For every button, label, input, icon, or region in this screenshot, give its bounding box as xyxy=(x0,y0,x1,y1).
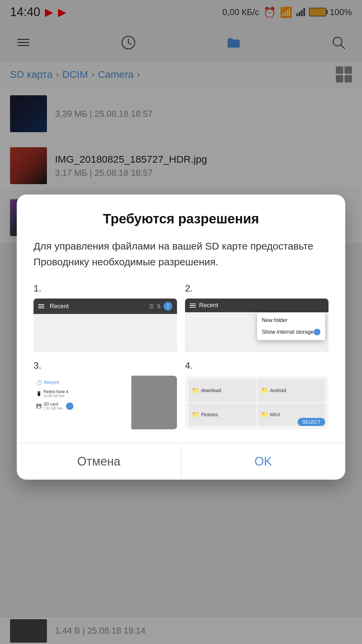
instruction-step-1: 1. Recent ☰ ⇅ ⋮ xyxy=(34,283,177,352)
ok-button[interactable]: OK xyxy=(181,443,346,480)
step3-sd-name: SD card xyxy=(44,402,63,407)
step-3-image: 🕐 Recent 📱 Redmi Note 4 14,88 GB free xyxy=(34,376,177,429)
step-4-number: 4. xyxy=(185,360,328,371)
step2-recent-label: Recent xyxy=(199,302,324,309)
step-1-image: Recent ☰ ⇅ ⋮ xyxy=(34,299,177,352)
step4-folder-android: 📁 Android xyxy=(257,379,325,402)
step1-sort-icon: ⇅ xyxy=(157,303,161,310)
step3-recent-label: Recent xyxy=(44,380,59,385)
step3-right-panel xyxy=(131,376,177,429)
step4-folder-pictures: 📁 Pictures xyxy=(188,403,256,426)
instructions-grid: 1. Recent ☰ ⇅ ⋮ xyxy=(34,283,328,429)
step4-select-button[interactable]: SELECT xyxy=(298,418,325,426)
step2-topbar: Recent xyxy=(185,299,328,312)
folder-name-android: Android xyxy=(270,388,286,393)
folder-name-miui: MIUI xyxy=(270,412,280,417)
step-4-image: 📁 download 📁 Android 📁 Pictures 📁 xyxy=(185,376,328,429)
dialog-overlay: Требуются разрешения Для управления файл… xyxy=(0,0,362,644)
dialog-footer: Отмена OK xyxy=(17,443,345,480)
step4-folder-download: 📁 download xyxy=(188,379,256,402)
step3-device-space: 14,88 GB free xyxy=(44,394,68,398)
folder-icon: 📁 xyxy=(192,387,199,394)
dropdown-new-folder[interactable]: New folder xyxy=(257,315,325,326)
instruction-step-3: 3. 🕐 Recent 📱 Redmi Note 4 1 xyxy=(34,360,177,429)
instruction-step-4: 4. 📁 download 📁 Android 📁 Pictures xyxy=(185,360,328,429)
step2-dropdown: New folder Show internal storage xyxy=(257,313,325,340)
dialog-body: Требуются разрешения Для управления файл… xyxy=(17,195,345,429)
step-2-image: Recent New folder Show internal storage xyxy=(185,299,328,352)
folder-name-pictures: Pictures xyxy=(201,412,218,417)
step2-menu-icon xyxy=(190,304,196,308)
cancel-button[interactable]: Отмена xyxy=(17,443,181,480)
step3-sd-icon: 💾 xyxy=(36,404,42,409)
step3-select-dot xyxy=(66,402,73,410)
step1-topbar: Recent ☰ ⇅ ⋮ xyxy=(34,299,177,314)
folder-name-download: download xyxy=(201,388,221,393)
folder-icon: 📁 xyxy=(192,411,199,418)
folder-icon: 📁 xyxy=(261,411,268,418)
instruction-step-2: 2. Recent New folder Show internal stora… xyxy=(185,283,328,352)
step3-phone-icon: 📱 xyxy=(36,391,42,396)
dialog-text: Для управления файлами на вашей SD карте… xyxy=(34,238,328,270)
dropdown-check-dot xyxy=(314,329,320,335)
dialog-title: Требуются разрешения xyxy=(34,211,328,226)
step1-icons: ☰ ⇅ ⋮ xyxy=(149,302,172,311)
step1-menu-icon xyxy=(38,304,44,308)
step1-content xyxy=(34,314,177,352)
step1-recent-label: Recent xyxy=(50,303,146,310)
folder-icon: 📁 xyxy=(261,387,268,394)
step3-sd-space: 7,51 GB free xyxy=(44,407,63,410)
permissions-dialog: Требуются разрешения Для управления файл… xyxy=(17,195,345,480)
step-1-number: 1. xyxy=(34,283,177,294)
step3-sd-info: SD card 7,51 GB free xyxy=(44,402,63,410)
step3-clock-icon: 🕐 xyxy=(36,380,42,385)
step3-device-info: Redmi Note 4 14,88 GB free xyxy=(44,389,68,398)
dropdown-show-internal[interactable]: Show internal storage xyxy=(257,326,325,338)
step3-left-panel: 🕐 Recent 📱 Redmi Note 4 14,88 GB free xyxy=(34,376,130,429)
step-3-number: 3. xyxy=(34,360,177,371)
step3-phone-row[interactable]: 📱 Redmi Note 4 14,88 GB free xyxy=(36,388,127,399)
step1-overflow-button[interactable]: ⋮ xyxy=(164,302,172,311)
step1-list-icon: ☰ xyxy=(149,303,154,310)
step3-device-name: Redmi Note 4 xyxy=(44,389,68,394)
step-2-number: 2. xyxy=(185,283,328,294)
step3-recent-row: 🕐 Recent xyxy=(36,378,127,386)
step3-sd-row[interactable]: 💾 SD card 7,51 GB free xyxy=(36,401,127,411)
